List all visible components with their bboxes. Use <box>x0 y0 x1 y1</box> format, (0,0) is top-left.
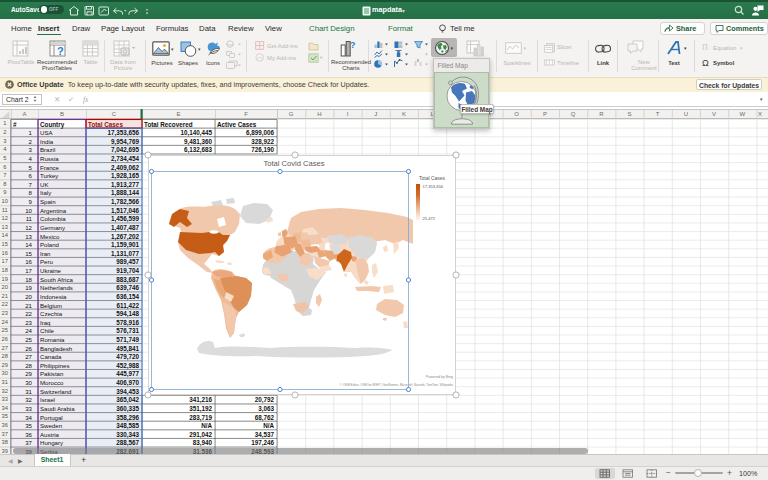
svg-text:?: ? <box>350 40 356 50</box>
svg-text:?: ? <box>57 45 64 57</box>
